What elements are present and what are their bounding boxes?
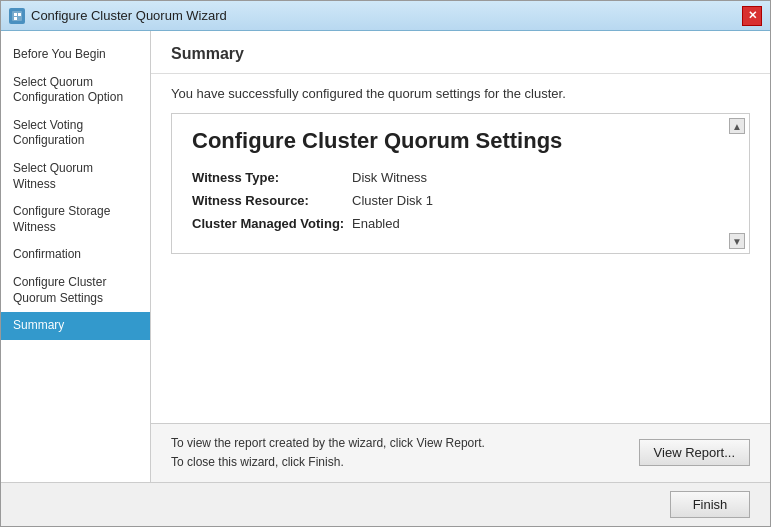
main-header: Summary — [151, 31, 770, 74]
detail-row-0: Witness Type: Disk Witness — [192, 170, 729, 185]
app-icon — [9, 8, 25, 24]
main-panel: Summary You have successfully configured… — [151, 31, 770, 482]
sidebar-item-confirmation[interactable]: Confirmation — [1, 241, 150, 269]
footer-line-2: To close this wizard, click Finish. — [171, 453, 485, 472]
finish-button[interactable]: Finish — [670, 491, 750, 518]
detail-value-1: Cluster Disk 1 — [352, 193, 433, 208]
main-window: Configure Cluster Quorum Wizard ✕ Before… — [0, 0, 771, 527]
footer-line-1: To view the report created by the wizard… — [171, 434, 485, 453]
detail-label-2: Cluster Managed Voting: — [192, 216, 352, 231]
sidebar-item-select-quorum-witness[interactable]: Select Quorum Witness — [1, 155, 150, 198]
scroll-up-icon[interactable]: ▲ — [729, 118, 745, 134]
detail-label-1: Witness Resource: — [192, 193, 352, 208]
bottom-bar: Finish — [1, 482, 770, 526]
title-bar-left: Configure Cluster Quorum Wizard — [9, 8, 227, 24]
detail-label-0: Witness Type: — [192, 170, 352, 185]
sidebar-item-summary[interactable]: Summary — [1, 312, 150, 340]
svg-rect-3 — [14, 17, 17, 20]
sidebar-item-before-you-begin[interactable]: Before You Begin — [1, 41, 150, 69]
footer-text: To view the report created by the wizard… — [171, 434, 485, 472]
page-title: Summary — [171, 45, 750, 63]
detail-row-2: Cluster Managed Voting: Enabled — [192, 216, 729, 231]
sidebar-item-configure-storage-witness[interactable]: Configure Storage Witness — [1, 198, 150, 241]
detail-value-0: Disk Witness — [352, 170, 427, 185]
view-report-button[interactable]: View Report... — [639, 439, 750, 466]
sidebar: Before You Begin Select Quorum Configura… — [1, 31, 151, 482]
detail-value-2: Enabled — [352, 216, 400, 231]
summary-box-title: Configure Cluster Quorum Settings — [192, 128, 729, 154]
title-bar: Configure Cluster Quorum Wizard ✕ — [1, 1, 770, 31]
sidebar-item-configure-cluster-quorum[interactable]: Configure Cluster Quorum Settings — [1, 269, 150, 312]
close-button[interactable]: ✕ — [742, 6, 762, 26]
content-area: Before You Begin Select Quorum Configura… — [1, 31, 770, 482]
detail-row-1: Witness Resource: Cluster Disk 1 — [192, 193, 729, 208]
svg-rect-1 — [14, 13, 17, 16]
sidebar-item-select-voting-config[interactable]: Select Voting Configuration — [1, 112, 150, 155]
scroll-down-icon[interactable]: ▼ — [729, 233, 745, 249]
main-body: You have successfully configured the quo… — [151, 74, 770, 423]
success-message: You have successfully configured the quo… — [171, 86, 750, 101]
svg-rect-2 — [18, 13, 21, 16]
sidebar-item-select-quorum-config[interactable]: Select Quorum Configuration Option — [1, 69, 150, 112]
window-title: Configure Cluster Quorum Wizard — [31, 8, 227, 23]
footer-area: To view the report created by the wizard… — [151, 423, 770, 482]
summary-box: ▲ Configure Cluster Quorum Settings Witn… — [171, 113, 750, 254]
